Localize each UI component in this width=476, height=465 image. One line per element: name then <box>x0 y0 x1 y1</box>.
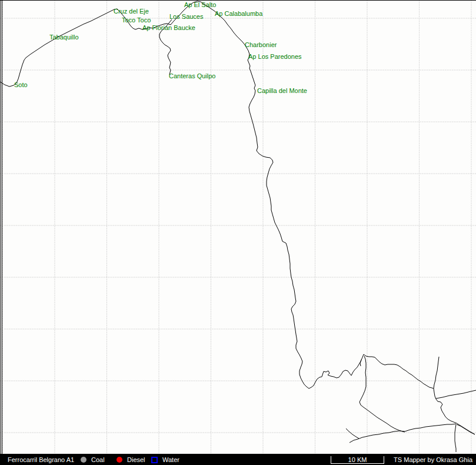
map-border <box>0 0 476 454</box>
ts-mapper-window: SotoTabaquilloCruz del EjeToco TocoAp Fl… <box>0 0 476 465</box>
rail-line-long-diagonal-southwest <box>349 424 456 443</box>
station-label: Ap El Salto <box>184 2 216 8</box>
railway-lines <box>0 1 476 452</box>
station-label: Ap Los Paredones <box>248 54 302 60</box>
route-name-label: Ferrocarril Belgrano A1 <box>8 456 74 463</box>
station-label: Ap Calabalumba <box>215 11 262 17</box>
legend-item-diesel: Diesel <box>116 456 145 463</box>
legend-item-coal: Coal <box>81 456 105 463</box>
legend-item-label: Water <box>162 456 179 463</box>
rail-line-line-south-from-peak <box>360 356 405 432</box>
legend-item-label: Coal <box>91 456 105 463</box>
station-label: Canteras Quilpo <box>169 73 216 79</box>
railway-map-svg <box>0 0 476 454</box>
rail-line-line-junction-to-loop <box>434 388 457 423</box>
station-label: Ap Florian Baucke <box>142 25 195 31</box>
map-canvas[interactable]: SotoTabaquilloCruz del EjeToco TocoAp Fl… <box>0 0 476 454</box>
rail-line-line-southeast-from-peak <box>364 354 434 388</box>
legend-item-water: Water <box>151 456 179 463</box>
station-label: Soto <box>14 82 28 88</box>
credit-label: TS Mapper by Okrasa Ghia <box>394 456 472 463</box>
status-bar: Ferrocarril Belgrano A1 CoalDieselWater … <box>0 454 476 465</box>
station-label: Charbonier <box>245 42 277 48</box>
rail-line-line-east-exit <box>436 390 476 398</box>
scale-bar: 10 KM <box>331 456 384 464</box>
rail-line-short-spur-bottom-left <box>346 429 359 439</box>
station-label: Cruz del Eje <box>114 8 149 15</box>
station-label: Tabaquillo <box>49 34 79 41</box>
diesel-dot-icon <box>116 457 122 463</box>
station-label: Toco Toco <box>122 17 151 24</box>
grid-lines <box>0 0 476 454</box>
coal-dot-icon <box>81 457 86 463</box>
rail-line-line-south-exit <box>455 424 456 452</box>
water-square-icon <box>151 457 158 463</box>
rail-line-siding-spur-near-peak <box>360 360 361 366</box>
rail-line-branch-north-right <box>434 357 439 388</box>
station-label: Los Sauces <box>169 14 203 20</box>
legend-item-label: Diesel <box>127 456 145 463</box>
station-label: Capilla del Monte <box>257 88 307 94</box>
